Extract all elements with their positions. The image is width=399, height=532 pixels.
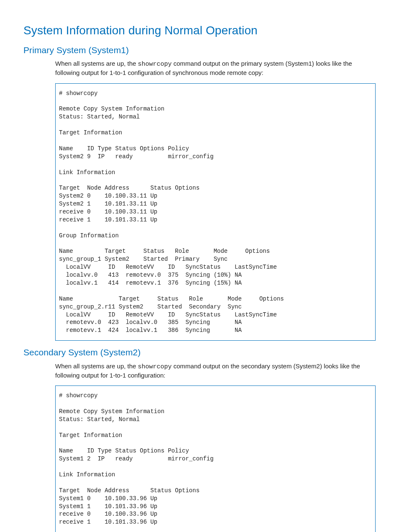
section1-para-cmd: showrcopy [138,61,172,68]
section-heading-primary: Primary System (System1) [23,44,376,56]
section-heading-secondary: Secondary System (System2) [23,347,376,358]
section2-para-part1: When all systems are up, the [55,362,138,370]
section2-para-cmd: showrcopy [138,363,172,370]
section1-para-part1: When all systems are up, the [55,60,138,67]
code-block-primary: # showrcopy Remote Copy System Informati… [55,83,376,341]
section2-paragraph: When all systems are up, the showrcopy c… [55,362,376,380]
code-block-secondary: # showrcopy Remote Copy System Informati… [55,386,376,532]
page-title: System Information during Normal Operati… [23,23,376,39]
section1-paragraph: When all systems are up, the showrcopy c… [55,59,376,77]
